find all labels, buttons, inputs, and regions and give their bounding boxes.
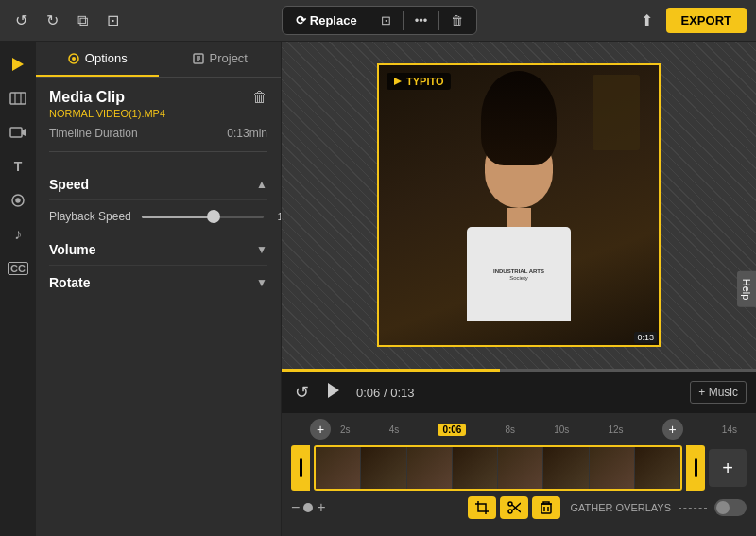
clip-thumb-8 xyxy=(635,447,680,489)
edit-tools xyxy=(468,496,560,519)
zoom-in-button[interactable]: + xyxy=(317,499,325,516)
ruler-mark-14s: 14s xyxy=(722,424,737,435)
restart-button[interactable]: ↺ xyxy=(291,380,313,405)
svg-marker-0 xyxy=(12,58,24,71)
sidebar-item-captions[interactable]: CC xyxy=(3,253,33,284)
gather-divider xyxy=(679,508,707,509)
clip-thumb-5 xyxy=(498,447,543,489)
sidebar-item-text[interactable]: T xyxy=(3,151,33,182)
toolbar-center: ⟳ Replace ⊡ ••• 🗑 xyxy=(282,6,477,35)
speed-section-header[interactable]: Speed ▲ xyxy=(49,167,267,200)
sidebar-item-logo[interactable] xyxy=(3,49,33,79)
gather-overlays: GATHER OVERLAYS xyxy=(570,499,747,516)
rotate-title: Rotate xyxy=(49,275,91,290)
gather-overlays-toggle[interactable] xyxy=(714,499,747,516)
share-button[interactable]: ⬆ xyxy=(635,8,659,33)
svg-point-21 xyxy=(508,510,512,513)
main-area: T ♪ CC Options Project Me xyxy=(0,42,756,536)
playback-bar: ↺ 0:06 / 0:13 + Music xyxy=(282,372,756,413)
redo-button[interactable]: ↻ xyxy=(41,8,64,33)
tab-project[interactable]: Project xyxy=(159,42,282,77)
svg-marker-14 xyxy=(394,78,402,85)
volume-chevron-icon: ▼ xyxy=(256,243,267,256)
speed-section-content: Playback Speed 1X xyxy=(49,200,267,233)
zoom-out-button[interactable]: − xyxy=(291,499,300,516)
shirt-text-line2: Society xyxy=(509,275,528,281)
timeline-bottom-controls: − + GATHER xyxy=(291,496,747,519)
copy-button[interactable]: ⧉ xyxy=(72,9,94,33)
paste-button[interactable]: ⊡ xyxy=(101,8,125,33)
more-button[interactable]: ••• xyxy=(409,10,434,30)
preview-area: Help xyxy=(282,42,756,536)
speed-value: 1X xyxy=(271,211,282,222)
add-clip-button[interactable]: + xyxy=(310,419,331,440)
rotate-section-header[interactable]: Rotate ▼ xyxy=(49,266,267,298)
ruler-mark-active: 0:06 xyxy=(438,424,466,436)
clip-thumb-7 xyxy=(590,447,635,489)
speed-chevron-icon: ▲ xyxy=(256,178,267,191)
panel-tabs: Options Project xyxy=(36,42,281,78)
timeline-add-section-button[interactable]: + xyxy=(709,449,747,487)
crop-tool-button[interactable] xyxy=(468,496,496,519)
rotate-chevron-icon: ▼ xyxy=(256,276,267,289)
svg-marker-15 xyxy=(328,383,339,398)
total-time: 0:13 xyxy=(390,386,414,400)
sidebar-item-music[interactable]: ♪ xyxy=(3,219,33,250)
toggle-knob xyxy=(716,501,730,514)
video-frame[interactable]: INDUSTRIAL ARTS Society TYPITO 0:13 xyxy=(377,63,661,347)
replace-button[interactable]: ⟳ Replace xyxy=(290,10,362,30)
crop-button[interactable]: ⊡ xyxy=(375,10,397,30)
playback-speed-row: Playback Speed 1X xyxy=(49,210,267,223)
svg-rect-1 xyxy=(10,93,26,104)
delete-media-button[interactable]: 🗑 xyxy=(445,10,469,30)
cut-tool-button[interactable] xyxy=(500,496,528,519)
help-button[interactable]: Help xyxy=(737,270,756,307)
svg-rect-25 xyxy=(541,504,551,513)
volume-section-header[interactable]: Volume ▼ xyxy=(49,233,267,266)
ruler-mark-12s: 12s xyxy=(608,424,623,435)
canvas-area: INDUSTRIAL ARTS Society TYPITO 0:13 xyxy=(282,42,756,369)
time-display: 0:06 / 0:13 xyxy=(356,386,680,400)
add-clip-end-button[interactable]: + xyxy=(662,419,683,440)
sidebar-item-elements[interactable] xyxy=(3,185,33,216)
panel-content: Media Clip NORMAL VIDEO(1).MP4 🗑 Timelin… xyxy=(36,78,281,536)
delete-tool-button[interactable] xyxy=(532,496,560,519)
timeline-ruler: + 2s 4s 0:06 8s 10s 12s + 14s xyxy=(291,419,747,440)
delete-clip-button[interactable]: 🗑 xyxy=(252,89,267,106)
clip-right-handle[interactable] xyxy=(686,445,705,491)
top-toolbar: ↺ ↻ ⧉ ⊡ ⟳ Replace ⊡ ••• 🗑 ⬆ EXPORT xyxy=(0,0,756,42)
add-music-button[interactable]: + Music xyxy=(690,381,747,404)
typito-logo: TYPITO xyxy=(387,73,451,90)
media-subtitle: NORMAL VIDEO(1).MP4 xyxy=(49,108,165,119)
toolbar-right: ⬆ EXPORT xyxy=(635,8,747,33)
svg-point-7 xyxy=(16,199,20,202)
svg-rect-16 xyxy=(478,504,486,511)
timeline-area: + 2s 4s 0:06 8s 10s 12s + 14s xyxy=(282,413,756,536)
sidebar-item-video[interactable] xyxy=(3,117,33,147)
shirt-text-line1: INDUSTRIAL ARTS xyxy=(493,268,544,275)
tab-options[interactable]: Options xyxy=(36,42,159,77)
play-controls: ↺ xyxy=(291,378,347,406)
progress-bar[interactable] xyxy=(282,369,756,372)
options-panel: Options Project Media Clip NORMAL VIDEO(… xyxy=(36,42,282,536)
media-info: Media Clip NORMAL VIDEO(1).MP4 xyxy=(49,89,165,119)
timeline-duration-value: 0:13min xyxy=(227,127,267,140)
undo-button[interactable]: ↺ xyxy=(9,8,33,33)
clip-left-handle[interactable] xyxy=(291,445,310,491)
icon-sidebar: T ♪ CC xyxy=(0,42,36,536)
ruler-mark-8s: 8s xyxy=(506,424,516,435)
timeline-clips[interactable] xyxy=(314,445,682,491)
play-button[interactable] xyxy=(318,378,347,406)
svg-rect-4 xyxy=(10,128,22,137)
zoom-dot xyxy=(303,503,313,512)
gather-overlays-label: GATHER OVERLAYS xyxy=(570,502,671,513)
export-button[interactable]: EXPORT xyxy=(666,8,747,33)
speed-slider[interactable] xyxy=(142,216,264,218)
clip-thumb-2 xyxy=(361,447,406,489)
toolbar-left: ↺ ↻ ⧉ ⊡ xyxy=(9,8,125,33)
ruler-mark-2s: 2s xyxy=(340,424,351,435)
volume-title: Volume xyxy=(49,242,96,257)
clip-thumb-4 xyxy=(453,447,498,489)
clip-thumb-3 xyxy=(407,447,453,489)
sidebar-item-media[interactable] xyxy=(3,83,33,113)
